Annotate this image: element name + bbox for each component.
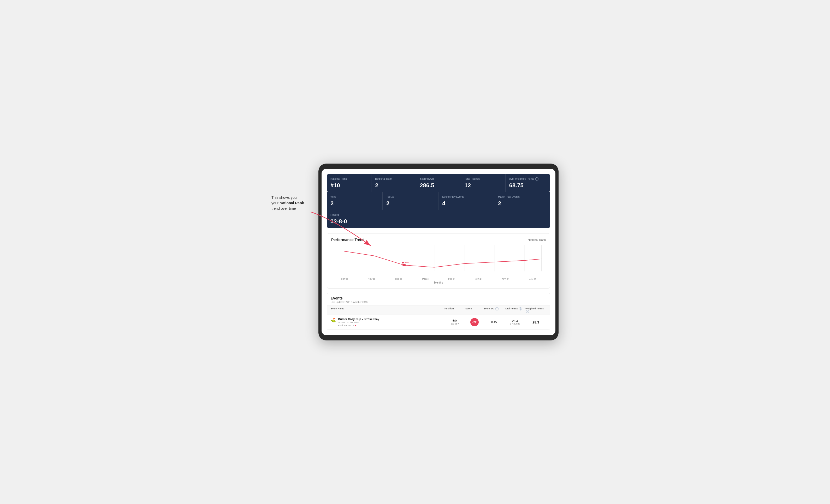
stat-scoring-avg-value: 286.5 <box>420 182 457 189</box>
chart-x-labels: OCT 23 NOV 23 DEC 23 JAN 24 FEB 24 MAR 2… <box>331 278 546 280</box>
x-label-nov23: NOV 23 <box>368 278 375 280</box>
stat-regional-rank-label: Regional Rank <box>375 177 412 180</box>
stat-national-rank: National Rank #10 <box>327 174 372 192</box>
x-label-feb24: FEB 24 <box>448 278 455 280</box>
score-badge: -22 <box>470 318 479 326</box>
stat-scoring-avg-label: Scoring Avg. <box>420 177 457 180</box>
events-section: Events Last updated: 24th November 2023 … <box>327 293 550 330</box>
stat-avg-weighted-points: Avg. Weighted Points i 68.75 <box>506 174 550 192</box>
col-total-points: Total Points i <box>505 307 525 313</box>
annotation-line1: This shows you <box>272 195 296 200</box>
events-table-header: Event Name Position Score Event SG i Tot… <box>327 305 550 315</box>
stat-top3s-value: 2 <box>386 200 435 207</box>
stat-stroke-play-value: 4 <box>442 200 490 207</box>
annotation-line2-prefix: your <box>272 201 280 205</box>
chart-title: Performance Trend <box>331 238 364 242</box>
x-label-jan24: JAN 24 <box>422 278 428 280</box>
col-event-name: Event Name <box>331 307 445 313</box>
stats-grid-row1: National Rank #10 Regional Rank 2 Scorin… <box>327 174 550 192</box>
x-label-mar24: MAR 24 <box>475 278 482 280</box>
stat-national-rank-value: #10 <box>330 182 368 189</box>
x-label-dec23: DEC 23 <box>395 278 402 280</box>
stat-wins-value: 2 <box>330 200 379 207</box>
event-name: Buster Cozy Cup - Stroke Play <box>338 317 379 321</box>
page-wrapper: This shows you your National Rank trend … <box>272 164 558 340</box>
stats-grid-row2: Wins 2 Top 3s 2 Stroke Play Events 4 Mat… <box>327 192 550 228</box>
event-sg-cell: 0.45 <box>484 321 505 324</box>
events-last-updated: Last updated: 24th November 2023 <box>331 301 546 303</box>
position-sub: out of 7 <box>445 323 466 325</box>
stat-stroke-play-label: Stroke Play Events <box>442 195 490 199</box>
annotation-national-rank-bold: National Rank <box>280 201 304 205</box>
info-icon-sg[interactable]: i <box>496 307 499 310</box>
position-value: 6th <box>445 319 466 323</box>
stat-record: Record 32-8-0 <box>327 210 383 228</box>
weighted-points-value: 28.3 <box>525 321 546 324</box>
event-name-cell: ⛳ Buster Cozy Cup - Stroke Play Oct 9 - … <box>331 317 445 327</box>
info-icon-weighted[interactable]: i <box>535 177 539 180</box>
chart-dot <box>402 262 404 264</box>
events-header: Events Last updated: 24th November 2023 <box>327 293 550 305</box>
x-label-oct23: OCT 23 <box>341 278 348 280</box>
x-label-apr24: APR 24 <box>502 278 509 280</box>
stat-avg-weighted-value: 68.75 <box>509 182 547 189</box>
weighted-points-cell: 28.3 <box>525 321 546 324</box>
rank-impact: Rank Impact: 3 ▼ <box>338 324 379 327</box>
stat-wins: Wins 2 <box>327 192 383 210</box>
event-name-info: Buster Cozy Cup - Stroke Play Oct 9 - Oc… <box>338 317 379 327</box>
stat-scoring-avg: Scoring Avg. 286.5 <box>416 174 461 192</box>
stat-match-play-value: 2 <box>498 200 546 207</box>
stat-regional-rank: Regional Rank 2 <box>372 174 416 192</box>
stat-regional-rank-value: 2 <box>375 182 412 189</box>
event-date: Oct 9 - Oct 10, 2023 <box>338 321 379 324</box>
info-icon-weighted-pts[interactable]: i <box>526 310 529 313</box>
stat-total-rounds-value: 12 <box>465 182 502 189</box>
stat-record-label: Record <box>330 213 379 216</box>
x-label-may24: MAY 24 <box>529 278 536 280</box>
stat-total-rounds: Total Rounds 12 <box>461 174 506 192</box>
col-score: Score <box>466 307 484 313</box>
col-position: Position <box>445 307 466 313</box>
svg-point-9 <box>403 264 406 267</box>
chart-header: Performance Trend National Rank <box>331 238 546 242</box>
chart-area: #10 <box>331 245 546 276</box>
table-row[interactable]: ⛳ Buster Cozy Cup - Stroke Play Oct 9 - … <box>327 315 550 330</box>
position-cell: 6th out of 7 <box>445 319 466 325</box>
col-weighted-points: Weighted Points i <box>525 307 546 313</box>
chart-highlight-label: #10 <box>402 261 409 264</box>
annotation-line3: trend over time <box>272 206 296 210</box>
event-sg-value: 0.45 <box>484 321 505 324</box>
stat-avg-weighted-label: Avg. Weighted Points i <box>509 177 547 180</box>
stat-national-rank-label: National Rank <box>330 177 368 180</box>
stat-match-play-label: Match Play Events <box>498 195 546 199</box>
stat-record-value: 32-8-0 <box>330 218 379 225</box>
score-cell: -22 <box>466 318 484 326</box>
annotation-text: This shows you your National Rank trend … <box>272 195 324 211</box>
performance-trend-section: Performance Trend National Rank <box>327 233 550 289</box>
stat-stroke-play: Stroke Play Events 4 <box>439 192 494 210</box>
stat-total-rounds-label: Total Rounds <box>465 177 502 180</box>
tablet-screen: National Rank #10 Regional Rank 2 Scorin… <box>322 169 555 335</box>
info-icon-total-pts[interactable]: i <box>519 307 522 310</box>
tablet-frame: National Rank #10 Regional Rank 2 Scorin… <box>318 164 558 340</box>
chart-y-label: National Rank <box>528 238 546 241</box>
total-points-cell: 28.3 3 Rounds <box>505 319 525 325</box>
golf-icon: ⛳ <box>331 317 336 323</box>
stat-wins-label: Wins <box>330 195 379 199</box>
total-points-value: 28.3 <box>505 319 525 323</box>
total-points-rounds: 3 Rounds <box>505 323 525 325</box>
stat-top3s-label: Top 3s <box>386 195 435 199</box>
stat-top3s: Top 3s 2 <box>383 192 439 210</box>
rank-impact-arrow: ▼ <box>354 324 357 327</box>
x-axis-title: Months <box>331 281 546 284</box>
stat-match-play: Match Play Events 2 <box>494 192 550 210</box>
chart-svg <box>331 245 546 276</box>
col-event-sg: Event SG i <box>484 307 505 313</box>
events-title: Events <box>331 296 546 300</box>
